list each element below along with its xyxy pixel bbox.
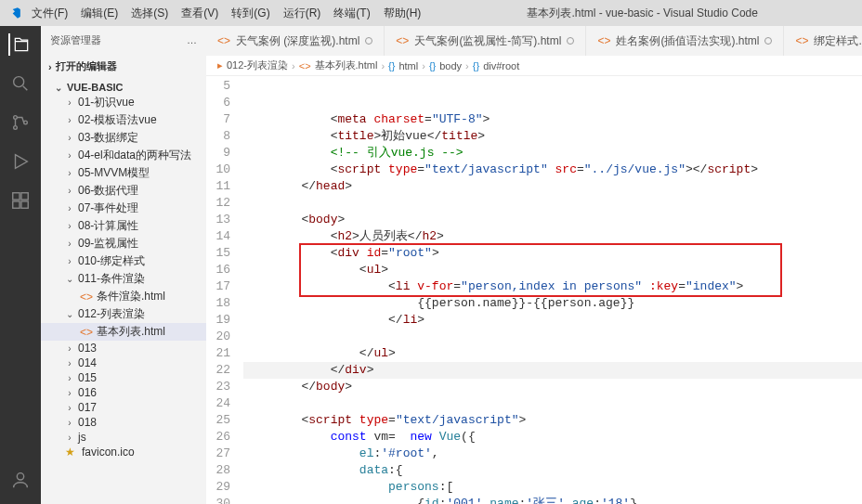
svg-point-2 [14, 126, 18, 130]
line-number: 19 [206, 312, 230, 329]
chevron-icon: › [65, 256, 74, 266]
breadcrumb-item[interactable]: html [398, 60, 418, 71]
code-line[interactable]: </ul> [243, 345, 862, 362]
folder-item[interactable]: ›015 [41, 370, 206, 385]
folder-item[interactable]: ›016 [41, 385, 206, 400]
open-editors-section[interactable]: › 打开的编辑器 [41, 56, 206, 77]
breadcrumb-item[interactable]: 012-列表渲染 [227, 58, 288, 72]
folder-item[interactable]: ›03-数据绑定 [41, 129, 206, 147]
breadcrumb-item[interactable]: 基本列表.html [315, 58, 378, 72]
code-line[interactable]: <body> [243, 212, 862, 228]
tree-label: favicon.ico [82, 446, 135, 459]
menu-item[interactable]: 转到(G) [226, 4, 275, 23]
folder-item[interactable]: ›js [41, 430, 206, 445]
code-line[interactable]: <div id="root"> [243, 245, 862, 262]
folder-item[interactable]: ›02-模板语法vue [41, 111, 206, 129]
folder-item[interactable]: ›01-初识vue [41, 94, 206, 111]
star-icon: ★ [65, 446, 78, 459]
chevron-icon: › [65, 115, 74, 125]
breadcrumb-icon: {} [429, 60, 436, 71]
code-line[interactable]: el:'#root', [243, 446, 862, 462]
code-line[interactable] [243, 329, 862, 345]
menu-item[interactable]: 文件(F) [26, 4, 73, 23]
code-line[interactable]: persons:[ [243, 479, 862, 496]
tree-label: 06-数据代理 [78, 183, 138, 199]
tab-close-icon[interactable] [365, 37, 372, 45]
code-editor[interactable]: 5678910111213141516171819202122232425262… [206, 76, 862, 504]
line-number: 9 [206, 145, 230, 162]
folder-item[interactable]: ›05-MVVM模型 [41, 164, 206, 182]
menu-item[interactable]: 选择(S) [125, 4, 174, 23]
tree-label: 010-绑定样式 [78, 253, 145, 269]
line-number: 23 [206, 379, 230, 395]
menu-item[interactable]: 终端(T) [328, 4, 375, 23]
code-line[interactable]: <li v-for="person,index in persons" :key… [243, 278, 862, 295]
code-content[interactable]: <meta charset="UTF-8"> <title>初始vue</tit… [243, 76, 862, 504]
code-line[interactable]: <h2>人员列表</h2> [243, 228, 862, 245]
folder-item[interactable]: ›07-事件处理 [41, 200, 206, 217]
folder-item[interactable]: ⌄012-列表渲染 [41, 305, 206, 323]
file-item[interactable]: <>基本列表.html [41, 323, 206, 341]
code-line[interactable] [243, 195, 862, 212]
chevron-icon: ⌄ [65, 309, 74, 319]
line-number: 7 [206, 111, 230, 128]
editor-tab[interactable]: <>姓名案例(插值语法实现).html [586, 26, 784, 56]
code-line[interactable]: <script type="text/javascript"> [243, 412, 862, 429]
tab-label: 姓名案例(插值语法实现).html [616, 33, 759, 49]
file-tree: ⌄ VUE-BASIC ›01-初识vue›02-模板语法vue›03-数据绑定… [41, 81, 206, 459]
code-line[interactable]: {{person.name}}-{{person.age}} [243, 295, 862, 312]
folder-item[interactable]: ›014 [41, 355, 206, 370]
run-debug-icon[interactable] [9, 150, 32, 173]
code-line[interactable]: <script type="text/javascript" src="../j… [243, 162, 862, 178]
code-line[interactable]: <title>初始vue</title> [243, 128, 862, 145]
code-line[interactable]: </body> [243, 379, 862, 395]
tree-label: 017 [78, 401, 97, 414]
code-line[interactable]: </head> [243, 178, 862, 195]
chevron-icon: ⌄ [65, 274, 74, 284]
workspace-root[interactable]: ⌄ VUE-BASIC [41, 81, 206, 94]
folder-item[interactable]: ⌄011-条件渲染 [41, 270, 206, 288]
source-control-icon[interactable] [9, 111, 32, 134]
file-item[interactable]: <>条件渲染.html [41, 288, 206, 305]
account-icon[interactable] [9, 469, 32, 491]
explorer-icon[interactable] [8, 33, 31, 56]
editor-tab[interactable]: <>天气案例 (深度监视).html [206, 26, 385, 56]
folder-item[interactable]: ›08-计算属性 [41, 217, 206, 235]
tab-close-icon[interactable] [764, 37, 772, 45]
breadcrumb-item[interactable]: body [439, 60, 462, 71]
code-line[interactable]: </li> [243, 312, 862, 329]
code-line[interactable] [243, 395, 862, 412]
extensions-icon[interactable] [9, 189, 32, 212]
editor-tab[interactable]: <>绑定样式.html [784, 26, 862, 56]
menu-item[interactable]: 查看(V) [176, 4, 224, 23]
tab-close-icon[interactable] [567, 37, 574, 45]
search-icon[interactable] [9, 72, 32, 95]
code-line[interactable]: <meta charset="UTF-8"> [243, 111, 862, 128]
menu-item[interactable]: 帮助(H) [378, 4, 427, 23]
line-number: 16 [206, 262, 230, 278]
folder-item[interactable]: ›010-绑定样式 [41, 252, 206, 270]
breadcrumb-item[interactable]: div#root [483, 60, 519, 71]
folder-item[interactable]: ›018 [41, 415, 206, 430]
code-line[interactable]: data:{ [243, 462, 862, 479]
more-icon[interactable]: … [187, 34, 197, 45]
breadcrumb[interactable]: ▸012-列表渲染›<>基本列表.html›{}html›{}body›{}di… [206, 56, 862, 76]
code-line[interactable]: const vm= new Vue({ [243, 429, 862, 446]
code-line[interactable]: <!-- 引入vue.js --> [243, 145, 862, 162]
folder-item[interactable]: ›04-el和data的两种写法 [41, 147, 206, 164]
chevron-icon: › [65, 433, 74, 443]
folder-item[interactable]: ›013 [41, 341, 206, 355]
file-item[interactable]: ★favicon.ico [41, 445, 206, 459]
folder-item[interactable]: ›017 [41, 400, 206, 415]
code-line[interactable]: </div> [243, 362, 862, 379]
folder-item[interactable]: ›09-监视属性 [41, 235, 206, 252]
menu-item[interactable]: 运行(R) [278, 4, 327, 23]
html-file-icon: <> [80, 291, 93, 304]
code-line[interactable]: {id:'001',name:'张三',age:'18'}, [243, 496, 862, 504]
editor-tab[interactable]: <>天气案例(监视属性-简写).html [385, 26, 586, 56]
svg-point-0 [14, 77, 24, 87]
folder-item[interactable]: ›06-数据代理 [41, 182, 206, 200]
line-number: 24 [206, 395, 230, 412]
menu-item[interactable]: 编辑(E) [75, 4, 124, 23]
code-line[interactable]: <ul> [243, 262, 862, 278]
